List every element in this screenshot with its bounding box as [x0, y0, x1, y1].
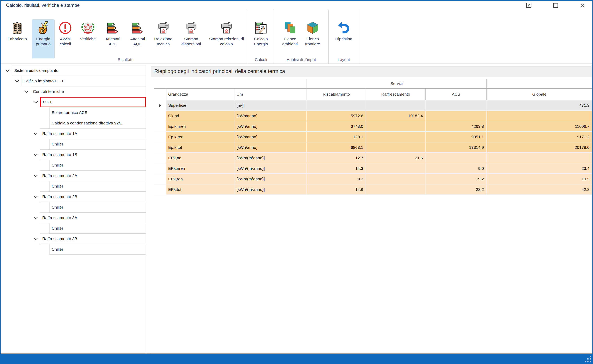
- header-globale[interactable]: Globale: [487, 89, 592, 100]
- resize-grip[interactable]: [585, 356, 591, 362]
- maximize-icon: [553, 3, 558, 8]
- tree-item-raffrescamento-2b[interactable]: Raffrescamento 2B: [2, 191, 146, 202]
- tree-item-sistemi-edificio-impianto[interactable]: Sistemi edificio-impianto: [2, 65, 146, 76]
- chevron-down-icon[interactable]: [33, 101, 38, 104]
- close-button[interactable]: ×: [578, 1, 587, 10]
- energia-primaria-button[interactable]: Energia primaria: [32, 20, 54, 58]
- cell-globale: 11006.7: [487, 121, 592, 132]
- cell-globale: [487, 111, 592, 121]
- cell-grandezza: EPk,ren: [166, 174, 234, 184]
- ribbon-toolbar: Fabbricato Energia primaria Avvisi calco…: [0, 10, 593, 64]
- help-button[interactable]: ?: [524, 1, 533, 10]
- fabbricato-button[interactable]: Fabbricato: [5, 20, 30, 58]
- ribbon-group-label: Analisi dell'input: [274, 57, 328, 62]
- tree-item-raffrescamento-3a[interactable]: Raffrescamento 3A: [2, 213, 146, 223]
- energy-label-icon: [106, 21, 119, 34]
- chevron-down-icon[interactable]: [24, 90, 29, 93]
- ribbon-group-layout: Ripristina Layout: [329, 10, 359, 64]
- tree-item-chiller[interactable]: Chiller: [2, 160, 146, 170]
- chevron-down-icon[interactable]: [33, 153, 38, 156]
- cell-um: [kWh/(m²anno)]: [234, 153, 307, 163]
- row-selector[interactable]: [154, 153, 166, 163]
- verifiche-button[interactable]: Verifiche: [77, 20, 99, 58]
- ribbon-group-risultati: Fabbricato Energia primaria Avvisi calco…: [2, 10, 248, 64]
- header-acs[interactable]: ACS: [426, 89, 487, 100]
- cell-um: [kWh/anno]: [234, 142, 307, 153]
- cell-um: [kWh/anno]: [234, 111, 307, 121]
- cell-riscaldamento: 12.7: [307, 153, 366, 163]
- chevron-down-icon[interactable]: [33, 237, 38, 240]
- header-riscaldamento[interactable]: Riscaldamento: [307, 89, 366, 100]
- cell-globale: 23.4: [487, 163, 592, 174]
- tree-item-raffrescamento-2a[interactable]: Raffrescamento 2A: [2, 170, 146, 181]
- cell-grandezza: Ep,k,tot: [166, 142, 234, 153]
- cell-raffrescamento: [366, 132, 426, 142]
- chevron-down-icon[interactable]: [33, 174, 38, 177]
- cell-um: [kWh/(m²anno)]: [234, 174, 307, 184]
- attestati-aqe-button[interactable]: Attestati AQE: [127, 20, 148, 58]
- row-selector[interactable]: [154, 142, 166, 153]
- tree-item-chiller[interactable]: Chiller: [2, 223, 146, 234]
- cell-acs: 9.0: [426, 163, 487, 174]
- app-window: Calcolo, risultati, verifiche e stampe ?…: [0, 0, 593, 364]
- chevron-down-icon[interactable]: [33, 216, 38, 220]
- relazione-tecnica-button[interactable]: Relazione tecnica: [151, 20, 176, 58]
- cell-acs: 19.2: [426, 174, 487, 184]
- tree-item-chiller[interactable]: Chiller: [2, 181, 146, 191]
- help-icon: ?: [526, 3, 531, 8]
- cell-acs: 13314.9: [426, 142, 487, 153]
- chevron-down-icon[interactable]: [33, 195, 38, 198]
- tree-item-raffrescamento-1b[interactable]: Raffrescamento 1B: [2, 149, 146, 160]
- cell-um: [kWh/(m²anno)]: [234, 163, 307, 174]
- row-selector[interactable]: [154, 132, 166, 142]
- cell-um: [kWh/anno]: [234, 132, 307, 142]
- tree-item-raffrescamento-3b[interactable]: Raffrescamento 3B: [2, 234, 146, 244]
- row-selector[interactable]: [154, 184, 166, 195]
- row-selector[interactable]: [154, 111, 166, 121]
- cell-raffrescamento: [366, 184, 426, 195]
- status-bar: [0, 353, 593, 364]
- stacked-sheets-icon: [283, 21, 296, 34]
- elenco-frontiere-button[interactable]: Elenco frontiere: [302, 20, 323, 58]
- elenco-ambienti-button[interactable]: Elenco ambienti: [279, 20, 301, 58]
- calcolo-energia-button[interactable]: 10 Calcolo Energia: [250, 20, 272, 58]
- cell-riscaldamento: 0.3: [307, 174, 366, 184]
- attestati-ape-button[interactable]: Attestati APE: [102, 20, 123, 58]
- cell-riscaldamento: [307, 100, 366, 111]
- energy-label-icon: [131, 21, 144, 34]
- tree-item-chiller[interactable]: Chiller: [2, 244, 146, 254]
- stampa-relazioni-calcolo-button[interactable]: Stampa relazioni di calcolo: [208, 20, 245, 58]
- cell-acs: 4263.8: [426, 121, 487, 132]
- window-title: Calcolo, risultati, verifiche e stampe: [6, 3, 79, 8]
- header-grandezza[interactable]: Grandezza: [166, 89, 234, 100]
- maximize-button[interactable]: [551, 1, 560, 10]
- cell-globale: 20178.0: [487, 142, 592, 153]
- row-selector[interactable]: [154, 100, 166, 111]
- system-tree-panel: Sistemi edificio-impianto Edificio-impia…: [2, 65, 146, 353]
- tree-item-centrali-termiche[interactable]: Centrali termiche: [2, 86, 146, 97]
- chevron-down-icon[interactable]: [14, 80, 20, 83]
- tree-item-chiller[interactable]: Chiller: [2, 202, 146, 213]
- ripristina-button[interactable]: Ripristina: [332, 20, 356, 58]
- cell-acs: [426, 100, 487, 111]
- tree-item-solare-termico-acs[interactable]: Solare termico ACS: [2, 107, 146, 118]
- tree-item-ct-1-selected[interactable]: CT-1: [2, 97, 146, 107]
- cell-globale: 9171.2: [487, 132, 592, 142]
- tree-item-chiller[interactable]: Chiller: [2, 139, 146, 149]
- chevron-down-icon[interactable]: [33, 132, 38, 135]
- row-selector[interactable]: [154, 163, 166, 174]
- header-um[interactable]: Um: [234, 89, 307, 100]
- row-selector[interactable]: [154, 174, 166, 184]
- cell-raffrescamento: [366, 163, 426, 174]
- tree-item-caldaia-condensazione[interactable]: Caldaia a condensazione direttiva 92/...: [2, 118, 146, 128]
- tree-item-edificio-impianto-ct-1[interactable]: Edificio-impianto CT-1: [2, 76, 146, 86]
- ribbon-group-label: Layout: [329, 57, 359, 62]
- chevron-down-icon[interactable]: [5, 69, 10, 72]
- cell-grandezza: Qk,nd: [166, 111, 234, 121]
- avvisi-calcoli-button[interactable]: Avvisi calcoli: [56, 20, 75, 58]
- header-raffrescamento[interactable]: Raffrescamento: [366, 89, 426, 100]
- row-selector[interactable]: [154, 121, 166, 132]
- stampa-dispersioni-button[interactable]: Stampa dispersioni: [177, 20, 205, 58]
- tree-item-raffrescamento-1a[interactable]: Raffrescamento 1A: [2, 128, 146, 139]
- header-gutter: [154, 89, 166, 100]
